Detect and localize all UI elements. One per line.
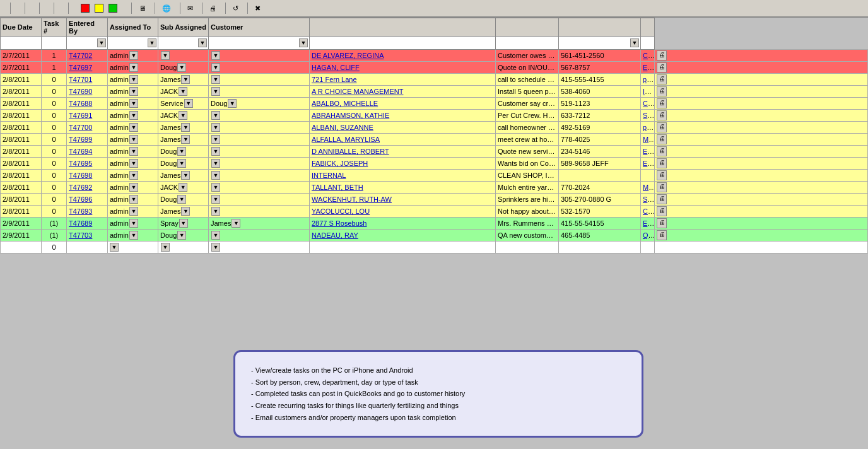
entered-by-arrow[interactable]: ▼ — [129, 87, 138, 96]
customer-link[interactable]: HAGAN, CLIFF — [312, 64, 360, 71]
filter-due-date-input[interactable] — [1, 37, 40, 49]
filter-type[interactable]: ▼ — [559, 37, 641, 50]
cell-task-id[interactable]: T47697 — [67, 62, 108, 74]
filter-type-input[interactable] — [560, 37, 630, 49]
cell-customer[interactable]: TALLANT, BETH — [310, 182, 496, 194]
assigned-to-arrow[interactable]: ▼ — [181, 75, 190, 84]
cell-assigned-to[interactable]: James▼ — [158, 122, 209, 134]
cell-task-id[interactable]: T47703 — [67, 230, 108, 242]
sub-assigned-arrow[interactable]: ▼ — [211, 231, 220, 240]
entered-by-arrow[interactable]: ▼ — [129, 207, 138, 216]
row-print-icon[interactable]: 🖨 — [657, 158, 667, 168]
entered-by-arrow[interactable]: ▼ — [129, 159, 138, 168]
cell-task-id[interactable]: T47700 — [67, 122, 108, 134]
cell-task-id[interactable]: T47689 — [67, 218, 108, 230]
entered-by-arrow[interactable]: ▼ — [129, 99, 138, 108]
customer-link[interactable]: INTERNAL — [312, 172, 346, 179]
cell-sub-assigned[interactable]: ▼ — [209, 122, 310, 134]
assigned-to-arrow[interactable]: ▼ — [181, 135, 190, 144]
cell-sub-assigned[interactable]: ▼ — [209, 230, 310, 242]
task-id-link[interactable]: T47693 — [69, 207, 92, 215]
customer-link[interactable]: FABICK, JOSEPH — [312, 160, 368, 167]
cell-row-icon[interactable]: 🖨 — [655, 218, 868, 230]
filter-sub-assigned-arrow[interactable]: ▼ — [198, 38, 207, 47]
cell-assigned-to[interactable]: James▼ — [158, 170, 209, 182]
assigned-to-arrow[interactable]: ▼ — [177, 63, 186, 72]
entered-by-arrow[interactable]: ▼ — [129, 183, 138, 192]
type-link[interactable]: COMPLAINT CALL — [643, 100, 655, 107]
assigned-to-arrow[interactable]: ▼ — [177, 147, 186, 156]
assigned-to-arrow[interactable]: ▼ — [179, 87, 187, 96]
type-link[interactable]: phone call — [643, 76, 655, 83]
cell-assigned-to[interactable]: Doug▼ — [158, 194, 209, 206]
cell-task-id[interactable]: T47693 — [67, 206, 108, 218]
cell-assigned-to[interactable]: ▼ — [158, 242, 209, 254]
row-print-icon[interactable]: 🖨 — [657, 134, 667, 144]
row-print-icon[interactable]: 🖨 — [657, 86, 667, 96]
assigned-to-arrow[interactable]: ▼ — [184, 99, 193, 108]
type-link[interactable]: ESTIMATE — [643, 160, 655, 167]
type-link[interactable]: Meet Crew — [643, 136, 655, 143]
sub-assigned-arrow[interactable]: ▼ — [211, 135, 220, 144]
cell-customer[interactable]: A R CHOICE MANAGEMENT — [310, 86, 496, 98]
cell-customer[interactable]: 2877 S Rosebush — [310, 218, 496, 230]
assigned-to-arrow[interactable]: ▼ — [177, 195, 186, 204]
cell-sub-assigned[interactable]: ▼ — [209, 170, 310, 182]
sub-assigned-arrow[interactable]: ▼ — [211, 87, 220, 96]
type-link[interactable]: COMPLAINT CALL — [643, 207, 655, 215]
entered-by-arrow[interactable]: ▼ — [129, 171, 138, 180]
cell-assigned-to[interactable]: JACK▼ — [158, 86, 209, 98]
entered-by-arrow[interactable]: ▼ — [129, 231, 138, 240]
assigned-to-arrow[interactable]: ▼ — [177, 231, 186, 240]
cell-task-id[interactable] — [67, 242, 108, 254]
filter-customer[interactable]: ▼ — [209, 37, 310, 50]
cell-task-id[interactable]: T47696 — [67, 194, 108, 206]
filter-entered-by-arrow[interactable]: ▼ — [97, 38, 106, 47]
cell-assigned-to[interactable]: ▼ — [158, 50, 209, 62]
sub-assigned-arrow[interactable]: ▼ — [211, 75, 220, 84]
cell-sub-assigned[interactable]: James▼ — [209, 218, 310, 230]
cell-customer[interactable]: FABICK, JOSEPH — [310, 158, 496, 170]
assigned-to-arrow[interactable]: ▼ — [179, 183, 187, 192]
cell-customer[interactable]: NADEAU, RAY — [310, 230, 496, 242]
cell-sub-assigned[interactable]: ▼ — [209, 182, 310, 194]
cell-customer[interactable] — [310, 242, 496, 254]
cell-type[interactable] — [641, 170, 655, 182]
cell-sub-assigned[interactable]: Doug▼ — [209, 98, 310, 110]
cell-task-id[interactable]: T47695 — [67, 158, 108, 170]
cell-type[interactable]: phone call — [641, 74, 655, 86]
assigned-to-arrow[interactable]: ▼ — [181, 171, 190, 180]
filter-sub-assigned-input[interactable] — [159, 37, 197, 49]
customer-link[interactable]: ABALBO, MICHELLE — [312, 100, 378, 107]
cell-row-icon[interactable] — [655, 242, 868, 254]
cell-sub-assigned[interactable]: ▼ — [209, 134, 310, 146]
assigned-to-arrow[interactable]: ▼ — [179, 111, 187, 120]
cell-row-icon[interactable]: 🖨 — [655, 206, 868, 218]
cell-type[interactable]: COMPLAINT CALL — [641, 206, 655, 218]
cell-sub-assigned[interactable]: ▼ — [209, 50, 310, 62]
entered-by-arrow[interactable]: ▼ — [129, 147, 138, 156]
cell-type[interactable]: COLLECT BALANCE — [641, 50, 655, 62]
cell-row-icon[interactable]: 🖨 — [655, 194, 868, 206]
cell-assigned-to[interactable]: James▼ — [158, 134, 209, 146]
cell-task-id[interactable]: T47701 — [67, 74, 108, 86]
cell-row-icon[interactable]: 🖨 — [655, 86, 868, 98]
entered-by-arrow[interactable]: ▼ — [129, 219, 138, 228]
row-print-icon[interactable]: 🖨 — [657, 110, 667, 120]
cell-row-icon[interactable]: 🖨 — [655, 98, 868, 110]
filter-type-arrow[interactable]: ▼ — [630, 38, 639, 47]
task-id-link[interactable]: T47688 — [69, 100, 92, 107]
cell-assigned-to[interactable]: James▼ — [158, 206, 209, 218]
cell-sub-assigned[interactable]: ▼ — [209, 242, 310, 254]
sub-assigned-arrow[interactable]: ▼ — [211, 171, 220, 180]
map-button[interactable]: 🌐 — [162, 4, 173, 13]
cell-customer[interactable]: WACKENHUT, RUTH-AW — [310, 194, 496, 206]
cell-task-id[interactable]: T47702 — [67, 50, 108, 62]
customer-link[interactable]: NADEAU, RAY — [312, 231, 358, 239]
customer-link[interactable]: WACKENHUT, RUTH-AW — [312, 195, 392, 203]
cell-type[interactable]: Sprinkler Problem — [641, 194, 655, 206]
cell-type[interactable]: Mulch — [641, 182, 655, 194]
filter-customer-arrow[interactable]: ▼ — [299, 38, 308, 47]
task-id-link[interactable]: T47696 — [69, 195, 92, 203]
entered-by-arrow[interactable]: ▼ — [129, 123, 138, 132]
